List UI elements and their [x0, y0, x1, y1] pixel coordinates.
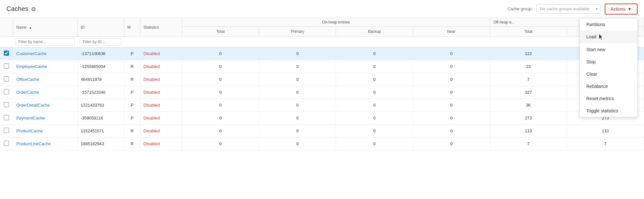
row-checkbox[interactable]: [4, 128, 9, 133]
row-onheap-primary-cell: 0: [259, 86, 336, 99]
cache-name-link[interactable]: EmployeeCache: [16, 64, 47, 69]
row-onheap-total-cell: 0: [182, 112, 259, 125]
row-onheap-near-cell: 0: [413, 99, 490, 112]
col-header-onheap-near: Near: [413, 27, 490, 37]
dropdown-item-reset-metrics[interactable]: Reset metrics: [580, 92, 637, 105]
row-name-cell: OrderCache: [13, 86, 77, 99]
menu-item-label: Toggle statistics: [586, 108, 618, 113]
col-header-onheap-group: On-heap entries: [182, 18, 490, 27]
cache-group-select[interactable]: No cache groups available: [536, 4, 601, 14]
row-checkbox[interactable]: [4, 115, 9, 120]
col-header-onheap-backup: Backup: [336, 27, 413, 37]
table-container: Name ▲ ID M Statistics On-heap entries O…: [0, 18, 644, 150]
row-statistics-cell: Disabled: [140, 86, 182, 99]
row-onheap-primary-cell: 0: [259, 112, 336, 125]
table-row[interactable]: OrderCache -1571523340 P Disabled 0 0 0 …: [0, 86, 644, 99]
row-name-cell: OrderDetailCache: [13, 99, 77, 112]
row-onheap-backup-cell: 0: [336, 99, 413, 112]
row-checkbox-cell: [0, 125, 13, 137]
cache-name-link[interactable]: CustomerCache: [16, 51, 47, 56]
cache-name-link[interactable]: OfficeCache: [16, 77, 39, 82]
header-controls: Cache group: No cache groups available A…: [507, 4, 638, 14]
row-offheap-primary-cell: 7: [567, 137, 644, 150]
dropdown-item-toggle-statistics[interactable]: Toggle statistics: [580, 105, 637, 117]
actions-button[interactable]: Actions ▼: [605, 4, 638, 14]
status-badge: Disabled: [144, 116, 160, 120]
row-onheap-backup-cell: 0: [336, 60, 413, 73]
actions-dropdown-menu: PartitionsLoad Start newStopClearRebalan…: [580, 18, 638, 117]
row-id-cell: 1885182943: [77, 137, 124, 150]
col-header-onheap-primary: Primary: [259, 27, 336, 37]
dropdown-item-load[interactable]: Load: [580, 31, 637, 43]
row-checkbox[interactable]: [4, 89, 9, 94]
row-onheap-primary-cell: 0: [259, 125, 336, 137]
row-m-cell: P: [124, 86, 140, 99]
table-row[interactable]: OrderDetailCache 1221433763 P Disabled 0…: [0, 99, 644, 112]
filter-id-input[interactable]: [80, 38, 121, 46]
row-statistics-cell: Disabled: [140, 73, 182, 86]
dropdown-item-partitions[interactable]: Partitions: [580, 18, 637, 31]
dropdown-item-clear[interactable]: Clear: [580, 68, 637, 80]
row-offheap-total-cell: 7: [490, 137, 567, 150]
col-header-name[interactable]: Name ▲: [13, 18, 77, 37]
row-checkbox-cell: [0, 99, 13, 112]
menu-item-label: Rebalance: [586, 84, 608, 89]
filter-id-cell: [77, 37, 124, 47]
cache-name-link[interactable]: OrderCache: [16, 90, 39, 95]
row-onheap-total-cell: 0: [182, 73, 259, 86]
row-name-cell: PaymentCache: [13, 112, 77, 125]
row-id-cell: -1255865004: [77, 60, 124, 73]
table-row[interactable]: EmployeeCache -1255865004 R Disabled 0 0…: [0, 60, 644, 73]
table-row[interactable]: CustomerCache -1371100636 P Disabled 0 0…: [0, 47, 644, 60]
cache-name-link[interactable]: OrderDetailCache: [16, 103, 50, 108]
menu-item-label: Clear: [586, 71, 597, 77]
table-row[interactable]: PaymentCache -359058116 P Disabled 0 0 0…: [0, 112, 644, 125]
row-name-cell: OfficeCache: [13, 73, 77, 86]
dropdown-item-rebalance[interactable]: Rebalance: [580, 80, 637, 92]
row-checkbox-cell: [0, 60, 13, 73]
row-onheap-primary-cell: 0: [259, 99, 336, 112]
row-name-cell: ProductCache: [13, 125, 77, 137]
dropdown-item-start-new[interactable]: Start new: [580, 43, 637, 56]
settings-icon[interactable]: ⚙: [31, 6, 37, 12]
filter-name-input[interactable]: [15, 38, 75, 46]
status-badge: Disabled: [144, 141, 160, 146]
dropdown-item-stop[interactable]: Stop: [580, 56, 637, 68]
row-m-cell: P: [124, 47, 140, 60]
table-row[interactable]: ProductCache 1152451571 R Disabled 0 0 0…: [0, 125, 644, 137]
status-badge: Disabled: [144, 128, 160, 133]
status-badge: Disabled: [144, 77, 160, 82]
filter-name-cell: [13, 37, 77, 47]
col-header-statistics: Statistics: [140, 18, 182, 37]
row-checkbox[interactable]: [4, 102, 9, 107]
row-onheap-primary-cell: 0: [259, 47, 336, 60]
caret-down-icon: ▼: [627, 6, 632, 12]
row-offheap-total-cell: 23: [490, 60, 567, 73]
table-row[interactable]: OfficeCache 464911878 R Disabled 0 0 0 0…: [0, 73, 644, 86]
row-onheap-primary-cell: 0: [259, 60, 336, 73]
row-checkbox[interactable]: [4, 51, 9, 56]
col-header-id[interactable]: ID: [77, 18, 124, 37]
row-offheap-total-cell: 110: [490, 125, 567, 137]
title-area: Caches ⚙: [6, 5, 37, 13]
row-checkbox-cell: [0, 86, 13, 99]
row-m-cell: R: [124, 137, 140, 150]
row-checkbox[interactable]: [4, 63, 9, 69]
filter-onheap-backup-cell: [336, 37, 413, 47]
filter-row: [0, 37, 644, 47]
cache-group-select-wrapper: No cache groups available: [536, 4, 601, 14]
cache-name-link[interactable]: ProductCache: [16, 128, 43, 133]
row-checkbox[interactable]: [4, 76, 9, 81]
group-header-row: Name ▲ ID M Statistics On-heap entries O…: [0, 18, 644, 27]
row-onheap-primary-cell: 0: [259, 137, 336, 150]
cache-name-link[interactable]: ProductLineCache: [16, 141, 51, 146]
menu-item-label: Reset metrics: [586, 96, 614, 101]
filter-offheap-total-cell: [490, 37, 567, 47]
cache-name-link[interactable]: PaymentCache: [16, 116, 45, 120]
table-row[interactable]: ProductLineCache 1885182943 R Disabled 0…: [0, 137, 644, 150]
row-id-cell: -359058116: [77, 112, 124, 125]
row-offheap-primary-cell: 110: [567, 125, 644, 137]
row-onheap-total-cell: 0: [182, 99, 259, 112]
cache-group-label: Cache group:: [507, 6, 533, 11]
row-checkbox[interactable]: [4, 141, 9, 146]
